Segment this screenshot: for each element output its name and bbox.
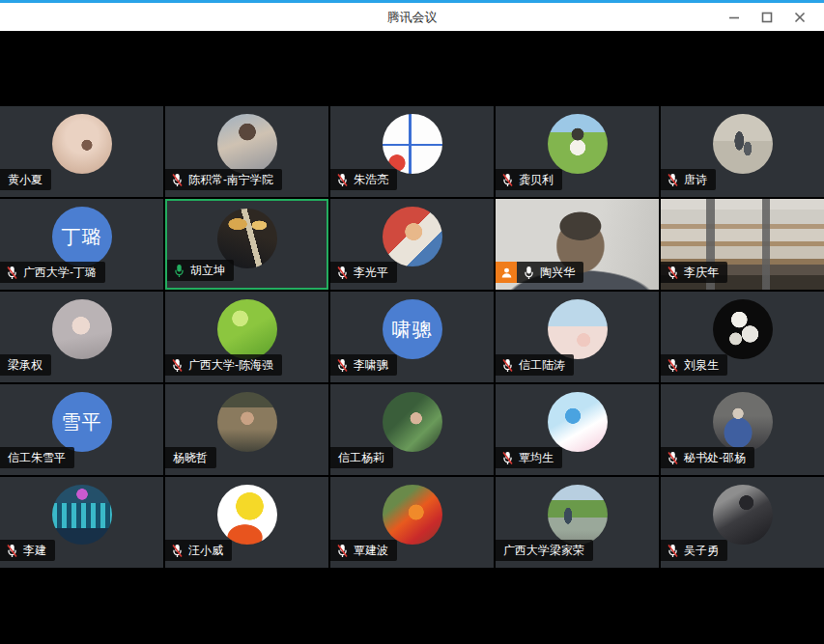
participant-tile[interactable]: 秘书处-邵杨 bbox=[661, 384, 824, 475]
participant-tile[interactable]: 覃建波 bbox=[330, 477, 494, 568]
participant-tile[interactable]: 朱浩亮 bbox=[330, 106, 494, 197]
name-tag: 刘泉生 bbox=[661, 354, 727, 376]
participant-tile[interactable]: 覃均生 bbox=[496, 384, 659, 475]
name-pill: 李啸骢 bbox=[330, 354, 397, 376]
name-pill: 覃建波 bbox=[330, 540, 397, 561]
participant-name: 秘书处-邵杨 bbox=[684, 450, 746, 466]
maximize-button[interactable] bbox=[751, 3, 783, 31]
name-pill: 龚贝利 bbox=[496, 169, 562, 190]
participant-tile[interactable]: 李光平 bbox=[330, 199, 494, 290]
name-pill: 广西大学-丁璐 bbox=[0, 262, 105, 283]
name-tag: 龚贝利 bbox=[496, 169, 562, 190]
minimize-button[interactable] bbox=[718, 3, 751, 31]
name-pill: 李建 bbox=[0, 540, 55, 561]
participant-tile[interactable]: 信工陆涛 bbox=[496, 292, 659, 382]
name-pill: 胡立坤 bbox=[167, 260, 234, 281]
mic-muted-icon bbox=[171, 544, 184, 558]
name-pill: 陶兴华 bbox=[517, 262, 583, 283]
participant-grid: 黄小夏陈积常-南宁学院朱浩亮龚贝利唐诗丁璐广西大学-丁璐胡立坤李光平陶兴华李庆年… bbox=[0, 106, 824, 568]
name-tag: 广西大学-陈海强 bbox=[165, 354, 282, 376]
name-pill: 信工杨莉 bbox=[330, 447, 393, 468]
participant-tile[interactable]: 杨晓哲 bbox=[165, 384, 328, 475]
name-pill: 李光平 bbox=[330, 262, 397, 283]
participant-tile[interactable]: 啸骢李啸骢 bbox=[330, 292, 494, 382]
name-tag: 李庆年 bbox=[661, 262, 727, 283]
participant-name: 覃建波 bbox=[354, 543, 388, 559]
name-tag: 陈积常-南宁学院 bbox=[165, 169, 282, 190]
participant-name: 杨晓哲 bbox=[173, 450, 208, 466]
window-titlebar: 腾讯会议 bbox=[0, 0, 824, 31]
participant-name: 李庆年 bbox=[684, 265, 719, 281]
name-pill: 信工陆涛 bbox=[496, 354, 574, 376]
participant-tile[interactable]: 陈积常-南宁学院 bbox=[165, 106, 328, 197]
participant-tile[interactable]: 龚贝利 bbox=[496, 106, 659, 197]
name-tag: 唐诗 bbox=[661, 169, 716, 190]
mic-muted-icon bbox=[501, 358, 514, 373]
mic-muted-icon bbox=[667, 451, 679, 465]
photo-avatar bbox=[52, 299, 112, 359]
maximize-icon bbox=[761, 12, 773, 23]
mic-muted-icon bbox=[501, 451, 514, 465]
participant-name: 广西大学梁家荣 bbox=[503, 543, 584, 559]
photo-avatar bbox=[217, 392, 277, 452]
mic-muted-icon bbox=[6, 544, 18, 558]
name-pill: 梁承权 bbox=[0, 354, 51, 376]
participant-tile[interactable]: 胡立坤 bbox=[165, 199, 328, 290]
participant-tile[interactable]: 李建 bbox=[0, 477, 163, 568]
participant-tile[interactable]: 广西大学-陈海强 bbox=[165, 292, 328, 382]
name-tag: 信工杨莉 bbox=[330, 447, 393, 468]
participant-tile[interactable]: 黄小夏 bbox=[0, 106, 163, 197]
photo-avatar bbox=[217, 299, 277, 359]
participant-tile[interactable]: 李庆年 bbox=[661, 199, 824, 290]
participant-tile[interactable]: 信工杨莉 bbox=[330, 384, 494, 475]
mic-muted-icon bbox=[667, 173, 679, 187]
name-pill: 广西大学-陈海强 bbox=[165, 354, 282, 376]
photo-avatar bbox=[383, 114, 442, 174]
name-pill: 李庆年 bbox=[661, 262, 727, 283]
mic-muted-icon bbox=[6, 266, 18, 280]
participant-tile[interactable]: 唐诗 bbox=[661, 106, 824, 197]
mic-muted-icon bbox=[336, 173, 349, 187]
participant-tile[interactable]: 丁璐广西大学-丁璐 bbox=[0, 199, 163, 290]
name-pill: 刘泉生 bbox=[661, 354, 727, 376]
participant-tile[interactable]: 吴子勇 bbox=[661, 477, 824, 568]
participant-name: 黄小夏 bbox=[8, 172, 43, 188]
photo-avatar bbox=[383, 485, 442, 545]
name-tag: 朱浩亮 bbox=[330, 169, 397, 190]
participant-tile[interactable]: 梁承权 bbox=[0, 292, 163, 382]
mic-muted-icon bbox=[667, 358, 679, 373]
name-pill: 信工朱雪平 bbox=[0, 447, 74, 468]
host-badge bbox=[496, 262, 517, 283]
participant-tile[interactable]: 陶兴华 bbox=[496, 199, 659, 290]
name-pill: 杨晓哲 bbox=[165, 447, 216, 468]
participant-name: 李光平 bbox=[354, 265, 388, 281]
name-tag: 汪小威 bbox=[165, 540, 232, 561]
name-tag: 李光平 bbox=[330, 262, 397, 283]
window-controls bbox=[718, 3, 816, 31]
name-tag: 李啸骢 bbox=[330, 354, 397, 376]
photo-avatar bbox=[713, 485, 773, 545]
mic-speaking-icon bbox=[173, 264, 185, 278]
name-pill: 覃均生 bbox=[496, 447, 562, 468]
mic-muted-icon bbox=[336, 358, 349, 373]
name-pill: 广西大学梁家荣 bbox=[496, 540, 593, 561]
participant-tile[interactable]: 广西大学梁家荣 bbox=[496, 477, 659, 568]
participant-name: 信工朱雪平 bbox=[8, 450, 66, 466]
mic-muted-icon bbox=[667, 266, 679, 280]
participant-tile[interactable]: 刘泉生 bbox=[661, 292, 824, 382]
close-button[interactable] bbox=[783, 3, 816, 31]
participant-name: 汪小威 bbox=[188, 543, 223, 559]
participant-tile[interactable]: 雪平信工朱雪平 bbox=[0, 384, 163, 475]
participant-name: 唐诗 bbox=[684, 172, 707, 188]
photo-avatar bbox=[383, 207, 442, 266]
name-pill: 秘书处-邵杨 bbox=[661, 447, 754, 468]
mic-muted-icon bbox=[501, 173, 514, 187]
name-pill: 唐诗 bbox=[661, 169, 716, 190]
participant-tile[interactable]: 汪小威 bbox=[165, 477, 328, 568]
name-pill: 陈积常-南宁学院 bbox=[165, 169, 282, 190]
name-tag: 李建 bbox=[0, 540, 55, 561]
participant-name: 信工杨莉 bbox=[338, 450, 384, 466]
photo-avatar bbox=[548, 114, 608, 174]
participant-name: 信工陆涛 bbox=[519, 357, 565, 374]
participant-name: 李啸骢 bbox=[354, 357, 388, 374]
